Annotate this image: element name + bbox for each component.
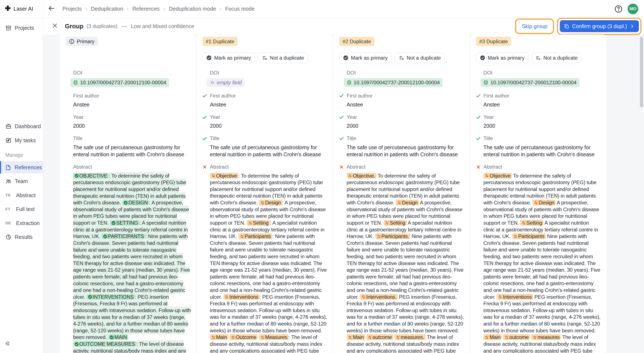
sidebar-item-projects[interactable]: Projects (0, 22, 43, 34)
duplicate-badge: #2 Duplicate (339, 37, 374, 46)
mark-as-primary-button[interactable]: Mark as primary (476, 53, 528, 63)
avatar[interactable]: MO (628, 3, 638, 14)
field-label-year: Year (73, 114, 191, 120)
diff-icon (240, 233, 245, 239)
close-button[interactable] (52, 22, 58, 30)
confirm-group-button[interactable]: Confirm group (3 dupl.) (560, 20, 639, 32)
sidebar-item-my-tasks[interactable]: My tasks (0, 134, 43, 146)
abstract-diff-chip: Main (210, 334, 228, 340)
database-icon (483, 80, 488, 85)
diff-icon (504, 334, 509, 340)
column-duplicate-2: #2 DuplicateMark as primaryNot a duplica… (334, 34, 470, 353)
diff-icon (211, 173, 216, 179)
diff-icon (231, 334, 236, 340)
sidebar-item-results[interactable]: Results (0, 231, 43, 243)
info-icon (69, 39, 74, 44)
field-value-title: The safe use of percutaneous gastrostomy… (73, 144, 191, 158)
list-x-icon (262, 55, 268, 60)
breadcrumb-item[interactable]: Deduplication mode (169, 6, 216, 12)
mismatch-x-icon (476, 164, 481, 171)
abstract-diff-chip: OUTCOME MEASURES (73, 341, 136, 347)
not-a-duplicate-button[interactable]: Not a duplicate (532, 53, 582, 63)
app-title: Laser AI (14, 6, 33, 12)
help-icon[interactable] (614, 5, 623, 13)
column-actions: Mark as primaryNot a duplicate (202, 53, 328, 63)
abstract-diff-chip: Participants. (375, 233, 410, 239)
primary-badge: Primary (66, 37, 98, 46)
abstract-diff-chip: Main (483, 334, 502, 340)
abstract-text: Objective To determine the safety of per… (483, 172, 601, 353)
diff-icon (260, 200, 265, 205)
not-a-duplicate-button[interactable]: Not a duplicate (258, 53, 308, 63)
collapse-sidebar-button[interactable] (4, 340, 11, 348)
abstract-diff-chip: Interventions. (360, 294, 398, 300)
field-value-first_author: Anstee (210, 101, 328, 108)
field-label-title: Title (347, 135, 464, 141)
sidebar-item-abstract[interactable]: TAAbstract (0, 189, 43, 201)
check-circle-icon (88, 294, 93, 300)
abstract-diff-chip: PARTICIPANTS (102, 233, 145, 239)
field-value-title: The safe use of percutaneous gastrostomy… (347, 144, 464, 158)
check-circle-icon (74, 173, 79, 179)
sidebar-item-references[interactable]: References (0, 161, 43, 174)
abstract-diff-chip: Objective. (347, 173, 376, 179)
match-check-icon (476, 136, 481, 142)
abstract-diff-chip: outcome (503, 334, 530, 340)
breadcrumb-item[interactable]: Projects (62, 6, 82, 12)
merge-duplicates-icon (564, 24, 569, 29)
skip-group-button[interactable]: Skip group (518, 21, 551, 31)
diff-icon (260, 334, 265, 340)
abstract-diff-chip: Main (347, 334, 365, 340)
mismatch-x-icon (339, 164, 344, 171)
topbar: Projects›Deduplication›References›Dedupl… (43, 0, 644, 18)
field-label-doi: DOI (73, 70, 191, 76)
abstract-diff-chip: Setting (520, 220, 543, 226)
field-label-abstract: Abstract (347, 164, 464, 170)
database-icon (347, 80, 352, 85)
diff-icon (396, 334, 401, 340)
sidebar-item-extraction[interactable]: DEExtraction (0, 217, 43, 229)
abstract-text: OBJECTIVE: To determine the safety of pe… (73, 172, 191, 353)
diff-icon (484, 173, 490, 179)
column-actions (66, 53, 191, 63)
match-check-icon (476, 115, 481, 121)
abstract-diff-chip: outcome (366, 334, 393, 340)
diff-icon (348, 334, 353, 340)
manage-section-label: Manage (0, 148, 43, 161)
vertical-scrollbar[interactable] (640, 36, 644, 353)
breadcrumb-item[interactable]: Deduplication (91, 6, 123, 12)
field-label-first_author: First author (73, 93, 191, 99)
breadcrumb-item[interactable]: References (132, 6, 160, 12)
mark-as-primary-button[interactable]: Mark as primary (202, 53, 255, 63)
breadcrumb-item[interactable]: Focus mode (225, 6, 255, 12)
doi-value: 10.1097/00042737-200012100-00004 (480, 78, 580, 87)
abstract-diff-chip: Design (532, 200, 556, 205)
abstract-diff-chip: MAIN (108, 334, 128, 340)
sidebar-item-dashboard[interactable]: Dashboard (0, 120, 43, 133)
projects-icon (5, 25, 12, 31)
match-check-icon (202, 93, 207, 100)
abstract-diff-chip: Participants (238, 233, 272, 239)
column-primary: PrimaryDOI10.1097/00042737-200012100-000… (60, 34, 196, 353)
chevrons-left-icon (4, 342, 11, 348)
sidebar-item-team[interactable]: Team (0, 175, 43, 188)
field-label-year: Year (483, 114, 601, 120)
stage-prefix: DE (5, 221, 13, 226)
list-x-icon (399, 55, 404, 60)
diff-icon (348, 173, 353, 179)
back-button[interactable] (48, 5, 55, 13)
breadcrumb-separator-icon: › (86, 6, 87, 12)
diff-icon (385, 220, 390, 226)
abstract-diff-chip: Setting (247, 220, 270, 226)
abstract-diff-chip: Design (396, 200, 419, 205)
mark-as-primary-button[interactable]: Mark as primary (339, 53, 392, 63)
scrollbar-thumb[interactable] (640, 37, 643, 107)
stage-prefix: FT (5, 207, 13, 212)
abstract-diff-chip: Outcome (230, 334, 258, 340)
diff-icon (498, 294, 503, 300)
group-confidence-label: Low and Mixed confidence (131, 23, 194, 29)
sidebar-item-full-text[interactable]: FTFull text (0, 203, 43, 215)
not-a-duplicate-button[interactable]: Not a duplicate (395, 53, 445, 63)
columns: PrimaryDOI10.1097/00042737-200012100-000… (60, 34, 606, 353)
group-header: Group (3 duplicates) — Low and Mixed con… (43, 18, 644, 34)
